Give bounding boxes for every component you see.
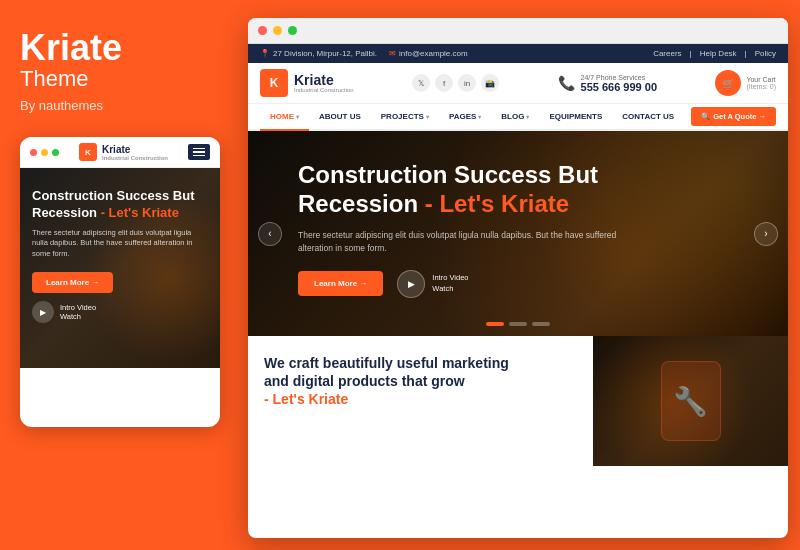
browser-dot-yellow [273, 26, 282, 35]
mobile-menu-button[interactable] [188, 144, 210, 160]
mobile-dot-yellow [41, 149, 48, 156]
nav-home[interactable]: HOME▾ [260, 104, 309, 131]
hero-learn-more-button[interactable]: Learn More → [298, 271, 383, 296]
mobile-learn-more-button[interactable]: Learn More → [32, 272, 113, 293]
bottom-title: We craft beautifully useful marketing an… [264, 354, 577, 409]
hero-actions: Learn More → ▶ Intro Video Watch [298, 270, 738, 298]
hero-play-icon: ▶ [397, 270, 425, 298]
cart-avatar: 🛒 [715, 70, 741, 96]
site-hero: ‹ › Construction Success But Recession -… [248, 131, 788, 336]
menu-line-1 [193, 148, 205, 150]
location-icon: 📍 [260, 49, 270, 58]
email-icon: ✉ [389, 49, 396, 58]
hero-dots [486, 322, 550, 326]
hero-content: Construction Success But Recession - Let… [248, 131, 788, 328]
mobile-mockup: K Kriate Industrial Construction Constru… [20, 137, 220, 427]
site-nav: HOME▾ ABOUT US PROJECTS▾ PAGES▾ BLOG▾ EQ… [248, 104, 788, 131]
twitter-social-button[interactable]: 𝕏 [412, 74, 430, 92]
site-bottom: We craft beautifully useful marketing an… [248, 336, 788, 466]
instagram-social-button[interactable]: 📸 [481, 74, 499, 92]
brand-name: Kriate [20, 30, 220, 66]
mobile-logo: K Kriate Industrial Construction [79, 143, 168, 161]
header-phone: 📞 24/7 Phone Services 555 666 999 00 [558, 74, 657, 93]
site-header-top: 📍 27 Division, Mirpur-12, Pallbi. ✉ info… [248, 44, 788, 63]
mobile-dot-red [30, 149, 37, 156]
mobile-dot-green [52, 149, 59, 156]
email-item: ✉ info@example.com [389, 49, 468, 58]
menu-line-2 [193, 151, 205, 153]
menu-line-3 [193, 155, 205, 157]
hero-description: There sectetur adipiscing elit duis volu… [298, 229, 618, 256]
nav-blog[interactable]: BLOG▾ [491, 104, 539, 131]
blog-chevron-icon: ▾ [526, 113, 529, 120]
search-icon: 🔍 [701, 112, 710, 121]
browser-dot-green [288, 26, 297, 35]
hero-dot-1[interactable] [486, 322, 504, 326]
header-cart[interactable]: 🛒 Your Cart (Items: 0) [715, 70, 776, 96]
mobile-hero-content: Construction Success But Recession - Let… [20, 168, 220, 333]
header-top-right: Careers | Help Desk | Policy [653, 49, 776, 58]
brand-by: By nauthemes [20, 98, 220, 113]
browser-chrome [248, 18, 788, 44]
phone-icon: 📞 [558, 75, 575, 91]
site-logo-text-block: Kriate Industrial Construction [294, 73, 354, 93]
site-logo-icon: K [260, 69, 288, 97]
site-bottom-image: 🔧 [593, 336, 788, 466]
hero-prev-button[interactable]: ‹ [258, 222, 282, 246]
mobile-window-dots [30, 149, 59, 156]
get-quote-button[interactable]: 🔍 Get A Quote → [691, 107, 776, 126]
linkedin-social-button[interactable]: in [458, 74, 476, 92]
header-top-left: 📍 27 Division, Mirpur-12, Pallbi. ✉ info… [260, 49, 468, 58]
brand-subtitle: Theme [20, 66, 220, 92]
home-chevron-icon: ▾ [296, 113, 299, 120]
hero-title: Construction Success But Recession - Let… [298, 161, 738, 219]
policy-link[interactable]: Policy [755, 49, 776, 58]
helpdesk-link[interactable]: Help Desk [700, 49, 737, 58]
browser-dot-red [258, 26, 267, 35]
mobile-logo-text: Kriate Industrial Construction [102, 144, 168, 161]
nav-about[interactable]: ABOUT US [309, 104, 371, 131]
nav-pages[interactable]: PAGES▾ [439, 104, 491, 131]
nav-projects[interactable]: PROJECTS▾ [371, 104, 439, 131]
header-social: 𝕏 f in 📸 [412, 74, 499, 92]
site-bottom-text: We craft beautifully useful marketing an… [248, 336, 593, 466]
address-item: 📍 27 Division, Mirpur-12, Pallbi. [260, 49, 377, 58]
mobile-top-bar: K Kriate Industrial Construction [20, 137, 220, 168]
mobile-logo-icon: K [79, 143, 97, 161]
left-panel: Kriate Theme By nauthemes K Kriate Indus… [0, 0, 240, 550]
mobile-play-icon: ▶ [32, 301, 54, 323]
nav-items: HOME▾ ABOUT US PROJECTS▾ PAGES▾ BLOG▾ EQ… [260, 104, 684, 129]
worker-silhouette: 🔧 [661, 361, 721, 441]
mobile-hero-desc: There sectetur adipiscing elit duis volu… [32, 228, 208, 260]
phone-info: 24/7 Phone Services 555 666 999 00 [581, 74, 657, 93]
nav-contact[interactable]: CONTACT US [612, 104, 684, 131]
projects-chevron-icon: ▾ [426, 113, 429, 120]
browser-window: 📍 27 Division, Mirpur-12, Pallbi. ✉ info… [248, 18, 788, 538]
careers-link[interactable]: Careers [653, 49, 681, 58]
mobile-hero-title: Construction Success But Recession - Let… [32, 188, 208, 222]
hero-dot-2[interactable] [509, 322, 527, 326]
mobile-video-button[interactable]: ▶ Intro Video Watch [32, 301, 208, 323]
hero-video-button[interactable]: ▶ Intro Video Watch [397, 270, 468, 298]
mobile-video-text: Intro Video Watch [60, 303, 96, 323]
pages-chevron-icon: ▾ [478, 113, 481, 120]
hero-dot-3[interactable] [532, 322, 550, 326]
site-logo[interactable]: K Kriate Industrial Construction [260, 69, 354, 97]
site-header-main: K Kriate Industrial Construction 𝕏 f in … [248, 63, 788, 104]
cart-info: Your Cart (Items: 0) [746, 76, 776, 90]
hero-video-text: Intro Video Watch [432, 273, 468, 294]
nav-equipments[interactable]: EQUIPMENTS [539, 104, 612, 131]
hero-next-button[interactable]: › [754, 222, 778, 246]
facebook-social-button[interactable]: f [435, 74, 453, 92]
mobile-hero: Construction Success But Recession - Let… [20, 168, 220, 368]
